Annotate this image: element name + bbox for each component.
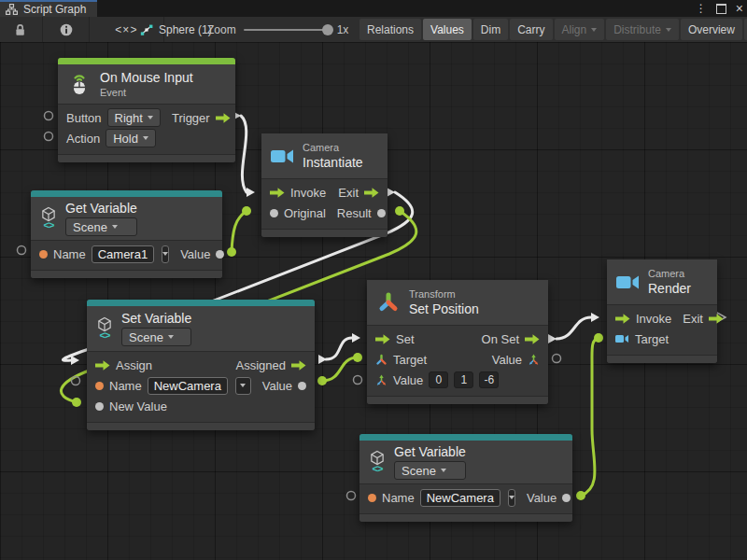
- node-subtitle: Event: [100, 87, 193, 98]
- inspect-button[interactable]: [47, 17, 86, 42]
- node-get-variable-camera1[interactable]: <> Get Variable Scene Name Camera1 Value: [31, 190, 222, 278]
- maximize-icon[interactable]: [716, 4, 726, 14]
- node-camera-instantiate[interactable]: Camera Instantiate Invoke Exit: [261, 133, 388, 237]
- value-out-label: Value: [492, 353, 522, 367]
- flow-arrow-icon[interactable]: [709, 314, 724, 324]
- button-label: Button: [66, 111, 102, 125]
- graph-canvas[interactable]: On Mouse Input Event Button Right Trigge…: [0, 42, 747, 560]
- zoom-control: Zoom 1x: [207, 17, 348, 42]
- set-label: Set: [396, 332, 415, 346]
- align-button[interactable]: Align: [555, 19, 605, 40]
- value-label: Value: [180, 247, 210, 261]
- invoke-label: Invoke: [290, 186, 326, 200]
- result-port[interactable]: [377, 209, 386, 217]
- value-port[interactable]: [216, 250, 224, 259]
- zoom-slider-handle[interactable]: [322, 24, 333, 35]
- variable-scope-dropdown[interactable]: Scene: [65, 217, 137, 236]
- value-port[interactable]: [562, 494, 571, 502]
- node-get-variable-newcamera[interactable]: <> Get Variable Scene Name NewCamera Val…: [359, 434, 572, 522]
- graph-breadcrumb[interactable]: Sphere (1): [140, 17, 212, 42]
- invoke-label: Invoke: [636, 312, 671, 326]
- flow-arrow-icon[interactable]: [216, 113, 231, 123]
- original-port[interactable]: [270, 209, 278, 217]
- target-label: Target: [393, 353, 427, 367]
- name-label: Name: [382, 491, 415, 505]
- transform-port-icon[interactable]: [375, 354, 388, 366]
- trigger-label: Trigger: [172, 111, 210, 125]
- chevron-down-icon: [168, 335, 174, 339]
- target-label: Target: [635, 332, 669, 346]
- flow-arrow-icon[interactable]: [525, 334, 540, 344]
- lock-button[interactable]: [0, 17, 39, 42]
- vector-x-input[interactable]: 0: [429, 371, 448, 388]
- values-button[interactable]: Values: [423, 19, 472, 40]
- wire-onset-invoke: [557, 317, 591, 339]
- node-set-position[interactable]: Transform Set Position Set On Set: [367, 280, 548, 404]
- overview-button[interactable]: Overview: [681, 19, 742, 40]
- variable-color-bar: [31, 190, 222, 197]
- name-port[interactable]: [95, 382, 104, 390]
- graph-name: Sphere (1): [159, 23, 212, 36]
- variable-scope-dropdown[interactable]: Scene: [121, 328, 191, 346]
- wire-camera1-original: [232, 211, 247, 252]
- node-set-variable[interactable]: <> Set Variable Scene Assign Assigned: [87, 300, 315, 430]
- distribute-button[interactable]: Distribute: [606, 19, 679, 40]
- name-port[interactable]: [368, 494, 376, 502]
- carry-button[interactable]: Carry: [510, 19, 552, 40]
- tab-title: Script Graph: [23, 3, 86, 16]
- node-title: Render: [648, 281, 691, 296]
- mouse-button-dropdown[interactable]: Right: [107, 108, 161, 127]
- vector-z-input[interactable]: -6: [479, 371, 499, 388]
- node-title: Instantiate: [303, 155, 363, 170]
- camera-port-icon[interactable]: [615, 334, 629, 343]
- node-category: Camera: [648, 268, 691, 279]
- close-icon[interactable]: ×: [736, 2, 743, 15]
- chevron-down-icon: [441, 469, 446, 472]
- node-on-mouse-input[interactable]: On Mouse Input Event Button Right Trigge…: [58, 58, 235, 162]
- flow-arrow-icon[interactable]: [291, 360, 306, 371]
- node-title: Get Variable: [65, 201, 137, 216]
- flow-arrow-icon[interactable]: [615, 314, 630, 324]
- new-value-label: New Value: [109, 399, 167, 413]
- vector3-port-icon[interactable]: [528, 354, 540, 366]
- flow-arrow-icon[interactable]: [270, 188, 285, 198]
- variable-name-input[interactable]: NewCamera: [148, 377, 228, 395]
- assign-label: Assign: [116, 358, 152, 372]
- zoom-label: Zoom: [207, 23, 236, 36]
- node-title: Set Position: [409, 301, 479, 316]
- original-label: Original: [284, 206, 326, 220]
- name-port[interactable]: [39, 250, 48, 259]
- variable-name-input[interactable]: Camera1: [92, 245, 154, 263]
- flow-arrow-icon[interactable]: [364, 188, 379, 198]
- variable-scope-dropdown[interactable]: Scene: [394, 461, 466, 480]
- chevron-down-icon: [112, 225, 118, 229]
- wire-trigger-invoke: [241, 116, 247, 192]
- variable-name-picker[interactable]: [162, 245, 169, 263]
- chevron-down-icon: [162, 252, 168, 256]
- value-port[interactable]: [298, 382, 306, 390]
- node-camera-render[interactable]: Camera Render Invoke Exit: [607, 259, 717, 363]
- vector3-port-icon[interactable]: [375, 374, 388, 386]
- mouse-action-dropdown[interactable]: Hold: [106, 129, 156, 147]
- name-label: Name: [109, 379, 142, 393]
- relations-button[interactable]: Relations: [359, 19, 421, 40]
- chevron-down-icon: [148, 116, 153, 119]
- value-in-label: Value: [393, 373, 423, 387]
- tab-script-graph[interactable]: Script Graph: [0, 0, 97, 17]
- variable-name-picker[interactable]: [508, 489, 515, 507]
- window-menu-icon[interactable]: ⋮: [696, 3, 707, 14]
- variable-name-picker[interactable]: [235, 377, 251, 395]
- graph-icon: [140, 23, 153, 36]
- variable-color-bar: [359, 434, 572, 441]
- zoom-slider[interactable]: [244, 29, 330, 31]
- vector-y-input[interactable]: 1: [454, 371, 473, 388]
- name-label: Name: [53, 247, 86, 261]
- script-graph-window: Script Graph ⋮ ×: [0, 0, 747, 560]
- node-category: Camera: [303, 142, 363, 153]
- flow-arrow-icon[interactable]: [95, 360, 110, 371]
- new-value-port[interactable]: [95, 402, 104, 411]
- tab-bar: Script Graph ⋮ ×: [0, 0, 747, 17]
- variable-name-input[interactable]: NewCamera: [420, 489, 500, 507]
- flow-arrow-icon[interactable]: [375, 334, 390, 344]
- dim-button[interactable]: Dim: [473, 19, 508, 40]
